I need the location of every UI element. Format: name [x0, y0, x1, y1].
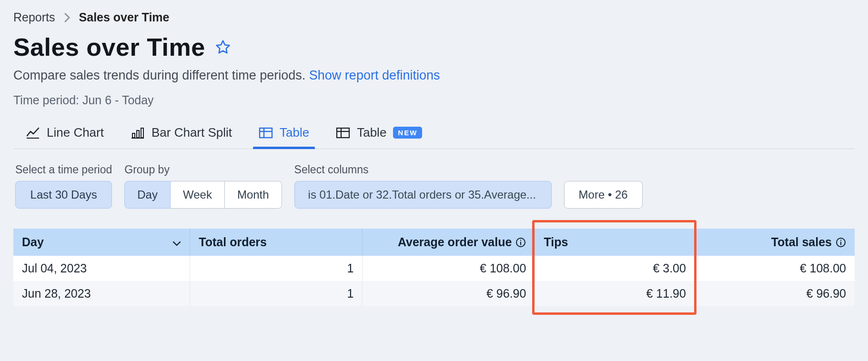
table-row: Jul 04, 2023 1 € 108.00 € 3.00 € 108.00: [13, 256, 855, 281]
tab-label: Bar Chart Split: [151, 125, 232, 140]
col-total-orders[interactable]: Total orders: [190, 229, 363, 256]
filter-columns: Select columns is 01.Date or 32.Total or…: [294, 163, 552, 209]
cell-day: Jul 04, 2023: [13, 256, 190, 281]
tab-bar-chart-split[interactable]: Bar Chart Split: [129, 120, 234, 149]
svg-rect-1: [137, 130, 139, 138]
subtitle-text: Compare sales trends during different ti…: [13, 68, 309, 82]
header-label: Average order value: [398, 235, 512, 249]
favorite-star-button[interactable]: [215, 39, 231, 55]
time-period-label: Time period: Jun 6 - Today: [13, 93, 855, 107]
cell-tips: € 3.00: [535, 256, 695, 281]
page-subtitle: Compare sales trends during different ti…: [13, 68, 855, 83]
header-label: Day: [22, 235, 44, 249]
cell-total: € 108.00: [695, 256, 855, 281]
filter-more: More • 26: [564, 163, 643, 209]
header-label: Total sales: [771, 235, 832, 249]
breadcrumb: Reports Sales over Time: [13, 10, 855, 24]
filter-group-by: Group by Day Week Month: [124, 163, 282, 209]
svg-rect-14: [840, 240, 841, 241]
svg-rect-0: [132, 133, 135, 138]
svg-rect-11: [520, 240, 521, 241]
info-icon[interactable]: [515, 237, 526, 248]
data-table-wrap: Day Total orders Average order value: [13, 229, 855, 306]
page-title: Sales over Time: [13, 33, 205, 61]
tab-table-new[interactable]: Table NEW: [334, 120, 424, 149]
chevron-down-icon: [172, 235, 181, 249]
filter-label: [564, 163, 643, 176]
cell-tips: € 11.90: [535, 281, 695, 306]
col-day[interactable]: Day: [13, 229, 190, 256]
col-total-sales[interactable]: Total sales: [695, 229, 855, 256]
col-avg-order-value[interactable]: Average order value: [363, 229, 535, 256]
table-icon: [259, 127, 273, 139]
tab-table[interactable]: Table: [257, 120, 311, 149]
filter-label: Group by: [124, 163, 282, 176]
show-report-definitions-link[interactable]: Show report definitions: [309, 68, 440, 82]
tab-label: Table: [280, 125, 309, 140]
cell-total: € 96.90: [695, 281, 855, 306]
breadcrumb-current: Sales over Time: [79, 10, 170, 24]
group-by-segmented: Day Week Month: [124, 181, 282, 209]
bar-chart-icon: [131, 127, 145, 139]
tab-label: Table: [357, 125, 386, 140]
breadcrumb-root[interactable]: Reports: [13, 10, 55, 24]
cell-total-orders: 1: [190, 281, 363, 306]
new-badge: NEW: [393, 127, 422, 139]
header-label: Total orders: [199, 235, 267, 249]
chevron-right-icon: [64, 12, 71, 23]
tab-line-chart[interactable]: Line Chart: [24, 120, 106, 149]
svg-rect-3: [260, 128, 272, 138]
group-by-month[interactable]: Month: [225, 181, 282, 209]
filter-label: Select a time period: [15, 163, 112, 176]
svg-rect-6: [337, 128, 349, 138]
svg-rect-2: [141, 128, 143, 138]
view-tabs: Line Chart Bar Chart Split Table Table N…: [13, 120, 855, 149]
cell-avg: € 96.90: [363, 281, 535, 306]
header-label: Tips: [544, 235, 568, 249]
group-by-day[interactable]: Day: [124, 181, 171, 209]
tab-label: Line Chart: [47, 125, 104, 140]
line-chart-icon: [26, 127, 40, 139]
svg-rect-10: [520, 241, 521, 245]
cell-total-orders: 1: [190, 256, 363, 281]
sales-table: Day Total orders Average order value: [13, 229, 855, 306]
star-icon: [215, 39, 231, 55]
table-icon: [336, 127, 350, 139]
table-row: Jun 28, 2023 1 € 96.90 € 11.90 € 96.90: [13, 281, 855, 306]
more-filters-button[interactable]: More • 26: [564, 181, 643, 209]
time-period-button[interactable]: Last 30 Days: [15, 181, 112, 209]
table-header-row: Day Total orders Average order value: [13, 229, 855, 256]
svg-rect-13: [840, 241, 841, 245]
col-tips[interactable]: Tips: [535, 229, 695, 256]
select-columns-button[interactable]: is 01.Date or 32.Total orders or 35.Aver…: [294, 181, 552, 209]
cell-avg: € 108.00: [363, 256, 535, 281]
cell-day: Jun 28, 2023: [13, 281, 190, 306]
info-icon[interactable]: [836, 237, 846, 248]
filter-time-period: Select a time period Last 30 Days: [15, 163, 112, 209]
group-by-week[interactable]: Week: [171, 181, 225, 209]
filter-label: Select columns: [294, 163, 552, 176]
